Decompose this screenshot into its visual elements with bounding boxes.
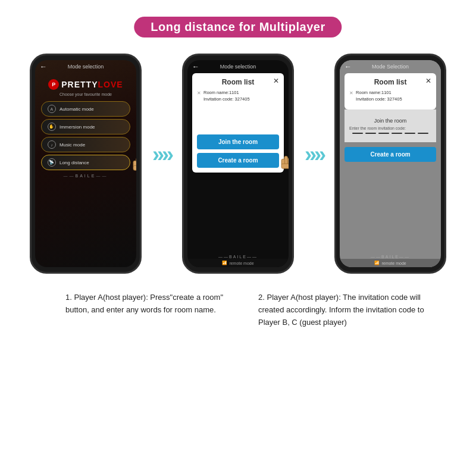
- arrow-2: »»: [305, 144, 324, 165]
- dash-1: [352, 133, 363, 134]
- immersion-label: Immersion mode: [60, 124, 95, 130]
- long-distance-btn[interactable]: 📡 Long distance: [41, 155, 130, 170]
- back-arrow-3-icon[interactable]: ←: [345, 62, 352, 71]
- choose-text: Choose your favourite mode: [35, 92, 136, 96]
- room-list-dialog2: Room list ✕ ✕ Room name:1101 Invitation …: [345, 73, 436, 109]
- dash-6: [418, 133, 428, 134]
- phone-2: ← Mode selection Room list ✕ ✕ Room name…: [182, 54, 294, 274]
- room-item-text: Room name:1101 Invitation code: 327405: [203, 90, 250, 102]
- room-list-dialog: Room list ✕ ✕ Room name:1101 Invitation …: [192, 73, 284, 173]
- automatic-icon: A: [48, 105, 56, 113]
- phone2-topbar: ← Mode selection: [187, 60, 289, 73]
- room-item-x-icon: ✕: [197, 90, 201, 96]
- distance-icon: 📡: [48, 158, 56, 167]
- invite-section: Join the room Enter the room invitation …: [345, 109, 436, 142]
- close-dialog-btn[interactable]: ✕: [273, 77, 279, 85]
- room-list-title-3: Room list: [349, 78, 431, 86]
- invitation-code-3: Invitation code: 327405: [356, 96, 402, 103]
- logo-circle: P: [48, 79, 59, 90]
- remote-icon: 📶: [222, 261, 227, 265]
- long-distance-label: Long distance: [60, 160, 89, 165]
- phone1-logo: P PRETTYLOVE: [35, 79, 136, 90]
- room-name-3: Room name:1101: [356, 90, 402, 96]
- automatic-label: Automatic mode: [60, 107, 94, 112]
- phone3-topbar: ← Mode Selection: [340, 60, 441, 73]
- svg-rect-7: [281, 164, 289, 168]
- phone1-baile: BAILE: [35, 174, 136, 178]
- room-item-text-3: Room name:1101 Invitation code: 327405: [356, 90, 402, 102]
- immersion-icon: ✋: [48, 123, 56, 131]
- dash-2: [365, 133, 376, 134]
- phone1-screen: ← Mode selection P PRETTYLOVE Choose you…: [35, 60, 136, 267]
- dash-4: [392, 133, 402, 134]
- immersion-mode-btn[interactable]: ✋ Immersion mode: [41, 119, 130, 134]
- double-arrow-2: »»: [305, 144, 324, 165]
- title-text: Long distance for Multiplayer: [151, 20, 325, 33]
- phone1-topbar: ← Mode selection: [35, 60, 136, 73]
- phones-row: ← Mode selection P PRETTYLOVE Choose you…: [0, 54, 476, 274]
- code-dashes: [349, 133, 431, 134]
- automatic-mode-btn[interactable]: A Automatic mode: [41, 101, 130, 117]
- close-dialog-3-btn[interactable]: ✕: [425, 77, 431, 85]
- remote-3-label: remote mode: [381, 261, 406, 265]
- desc-2-number: 2.: [258, 293, 267, 302]
- join-room-btn[interactable]: Join the room: [197, 134, 279, 149]
- create-room-btn[interactable]: Create a room: [197, 153, 279, 168]
- arrow-1: »»: [152, 144, 171, 165]
- phone2-baile: ——BAILE——: [187, 255, 289, 259]
- room-name: Room name:1101: [203, 90, 250, 96]
- title-banner: Long distance for Multiplayer: [134, 17, 342, 37]
- create-room-3-btn[interactable]: Create a room: [345, 147, 436, 162]
- invitation-code: Invitation code: 327405: [203, 96, 250, 103]
- phone3-mode-label: Mode Selection: [372, 64, 409, 70]
- descriptions-row: 1. Player A(host player): Press"create a…: [0, 292, 476, 328]
- music-label: Music mode: [60, 142, 85, 148]
- desc-2-text: Player A(host player): The invitation co…: [258, 293, 424, 327]
- room-item-3: ✕ Room name:1101 Invitation code: 327405: [349, 90, 431, 102]
- desc-1: 1. Player A(host player): Press"create a…: [48, 292, 236, 328]
- back-arrow-icon[interactable]: ←: [40, 62, 47, 71]
- desc-2: 2. Player A(host player): The invitation…: [246, 292, 428, 328]
- svg-rect-3: [133, 165, 136, 170]
- back-arrow-2-icon[interactable]: ←: [192, 62, 199, 71]
- music-mode-btn[interactable]: ♪ Music mode: [41, 137, 130, 152]
- remote-3-icon: 📶: [374, 261, 380, 265]
- phone3-screen: ← Mode Selection Room list ✕ ✕ Room name…: [340, 60, 441, 267]
- room-list-title: Room list: [197, 78, 279, 86]
- desc-1-number: 1.: [65, 293, 74, 302]
- phone3-remote-bar: 📶 remote mode: [340, 259, 441, 267]
- music-icon: ♪: [48, 140, 56, 149]
- dash-5: [405, 133, 415, 134]
- finger-cursor-2: [277, 152, 289, 171]
- remote-label: remote mode: [229, 261, 253, 265]
- desc-1-text: Player A(host player): Press"create a ro…: [65, 293, 223, 314]
- phone3-baile: ——BAILE——: [340, 255, 441, 259]
- join-room-label: Join the room: [349, 118, 431, 124]
- phone2-remote-bar: 📶 remote mode: [187, 259, 289, 267]
- phone-3: ← Mode Selection Room list ✕ ✕ Room name…: [334, 54, 446, 274]
- room-item-x-3-icon: ✕: [349, 90, 353, 96]
- phone2-screen: ← Mode selection Room list ✕ ✕ Room name…: [187, 60, 289, 267]
- dash-3: [378, 133, 389, 134]
- double-arrow-1: »»: [152, 144, 171, 165]
- phone-1: ← Mode selection P PRETTYLOVE Choose you…: [30, 54, 142, 274]
- logo-text: PRETTYLOVE: [61, 80, 123, 89]
- enter-code-label: Enter the room invitation code:: [349, 126, 431, 130]
- phone2-mode-label: Mode selection: [220, 64, 256, 70]
- phone1-mode-label: Mode selection: [68, 64, 104, 70]
- room-item: ✕ Room name:1101 Invitation code: 327405: [197, 90, 279, 102]
- finger-cursor-1: [129, 154, 136, 173]
